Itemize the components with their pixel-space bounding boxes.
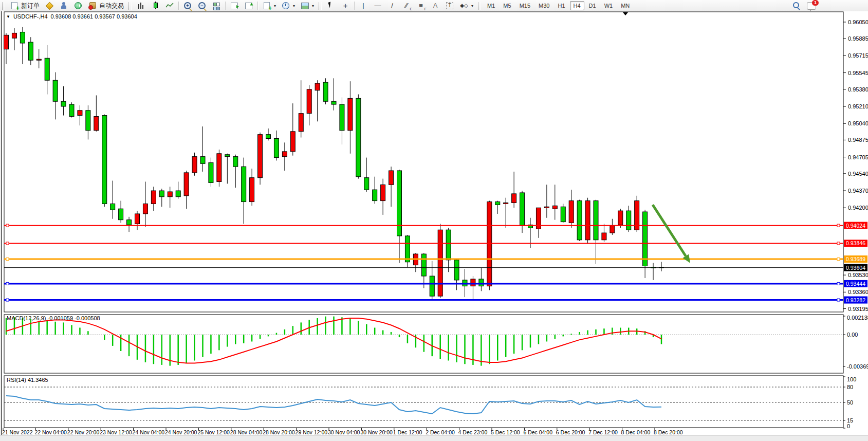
svg-text:22 Nov 20:00: 22 Nov 20:00 xyxy=(67,429,100,435)
new-chart-button[interactable]: +▾ xyxy=(260,1,279,11)
svg-text:0.95380: 0.95380 xyxy=(848,86,868,93)
tile-windows-button[interactable] xyxy=(209,1,224,11)
svg-text:6 Dec 04:00: 6 Dec 04:00 xyxy=(523,429,552,435)
zoom-out-button[interactable]: − xyxy=(195,1,209,11)
candlestick-chart-button[interactable] xyxy=(148,1,162,11)
timeframe-button-H4[interactable]: H4 xyxy=(570,1,584,10)
channel-icon: ∕∕E xyxy=(402,2,411,10)
cursor-tool-button[interactable] xyxy=(324,1,338,11)
timeframe-button-M5[interactable]: M5 xyxy=(500,1,514,10)
horizontal-line-tool-button[interactable]: — xyxy=(371,1,385,11)
svg-text:0.00: 0.00 xyxy=(847,332,858,338)
chart-canvas[interactable]: 0.960500.958850.957150.955450.953800.952… xyxy=(0,11,868,441)
zoom-in-icon: + xyxy=(183,2,192,10)
text-label-icon: T xyxy=(445,2,454,10)
vertical-line-icon: | xyxy=(359,2,368,10)
chevron-down-icon: ▼ xyxy=(6,14,10,19)
svg-text:0.93282: 0.93282 xyxy=(846,297,865,303)
search-icon[interactable] xyxy=(793,2,800,9)
bar-chart-icon xyxy=(136,2,145,10)
svg-text:1 Dec 12:00: 1 Dec 12:00 xyxy=(393,429,422,435)
rsi-indicator-label: RSI(14) 41.3465 xyxy=(7,377,48,383)
signal-icon xyxy=(73,2,83,10)
timeframe-button-M30[interactable]: M30 xyxy=(535,1,553,10)
signal-button[interactable] xyxy=(71,1,85,11)
auto-trading-label: 自动交易 xyxy=(99,2,124,10)
svg-text:0.94024: 0.94024 xyxy=(846,223,865,229)
svg-text:0.95545: 0.95545 xyxy=(848,70,868,76)
fibonacci-tool-button[interactable]: ≡F xyxy=(414,1,428,11)
svg-text:0.93360: 0.93360 xyxy=(848,289,868,295)
timeframe-button-MN[interactable]: MN xyxy=(617,1,633,10)
svg-text:0.93444: 0.93444 xyxy=(846,281,865,287)
svg-text:8 Dec 20:00: 8 Dec 20:00 xyxy=(654,429,683,435)
svg-text:-0.003698: -0.003698 xyxy=(847,363,868,370)
timeframe-button-D1[interactable]: D1 xyxy=(585,1,600,10)
toolbar-grip[interactable] xyxy=(2,2,5,10)
svg-text:0.95885: 0.95885 xyxy=(848,35,868,42)
svg-text:23 Nov 12:00: 23 Nov 12:00 xyxy=(100,429,132,435)
equidistant-channel-tool-button[interactable]: ∕∕E xyxy=(399,1,414,11)
line-chart-button[interactable] xyxy=(162,1,177,11)
new-order-button[interactable]: + 新订单 xyxy=(7,1,42,11)
toolbar-grip[interactable] xyxy=(128,2,132,10)
timeframe-toolbar: M1M5M15M30H1H4D1W1MN xyxy=(483,1,634,10)
svg-text:80: 80 xyxy=(847,384,853,390)
period-clock-button[interactable]: ▾ xyxy=(279,1,298,11)
svg-text:24 Nov 20:00: 24 Nov 20:00 xyxy=(165,429,197,435)
svg-text:2 Dec 04:00: 2 Dec 04:00 xyxy=(426,429,455,435)
template-button[interactable]: ▾ xyxy=(298,1,317,11)
auto-trading-button[interactable]: 自动交易 xyxy=(85,1,126,11)
svg-text:50: 50 xyxy=(847,399,853,406)
timeframe-button-M15[interactable]: M15 xyxy=(516,1,534,10)
svg-text:30 Nov 20:00: 30 Nov 20:00 xyxy=(360,429,393,435)
svg-text:0.94875: 0.94875 xyxy=(848,137,868,143)
text-icon: A xyxy=(431,2,440,10)
svg-text:0.93530: 0.93530 xyxy=(848,272,868,278)
indicator-icon xyxy=(45,2,54,10)
vertical-line-tool-button[interactable]: | xyxy=(356,1,371,11)
indicator-list-button[interactable] xyxy=(42,1,57,11)
svg-text:22 Nov 04:00: 22 Nov 04:00 xyxy=(34,429,67,435)
timeframe-button-W1[interactable]: W1 xyxy=(601,1,617,10)
svg-text:0: 0 xyxy=(847,423,850,429)
svg-text:24 Nov 04:00: 24 Nov 04:00 xyxy=(133,429,165,435)
svg-text:30 Nov 04:00: 30 Nov 04:00 xyxy=(328,429,360,435)
chart-symbol-period: USDCHF-,H4 xyxy=(13,13,48,20)
macd-indicator-label: MACD(12,26,9) -0.001059 -0.000508 xyxy=(7,315,100,321)
new-order-label: 新订单 xyxy=(21,2,40,10)
rsi-panel xyxy=(4,376,843,428)
arrows-tool-button[interactable]: ◆◇▾ xyxy=(457,1,476,11)
chart-title: ▼ USDCHF-,H4 0.93608 0.93661 0.93567 0.9… xyxy=(6,13,137,20)
svg-text:21 Nov 2022: 21 Nov 2022 xyxy=(2,429,33,435)
text-label-tool-button[interactable]: T xyxy=(442,1,457,11)
market-watch-button[interactable] xyxy=(57,1,71,11)
svg-text:0.002138: 0.002138 xyxy=(847,315,868,321)
svg-text:0.93846: 0.93846 xyxy=(846,240,865,246)
auto-scroll-button[interactable] xyxy=(227,1,242,11)
svg-text:28 Nov 04:00: 28 Nov 04:00 xyxy=(230,429,263,435)
trendline-icon: / xyxy=(387,2,397,10)
crosshair-tool-button[interactable]: + xyxy=(338,1,353,11)
template-icon xyxy=(300,2,309,10)
svg-text:0.96050: 0.96050 xyxy=(848,19,868,25)
zoom-in-button[interactable]: + xyxy=(180,1,195,11)
chart-ohlc-values: 0.93608 0.93661 0.93567 0.93604 xyxy=(51,13,137,20)
toolbar-grip[interactable] xyxy=(478,2,481,10)
timeframe-button-M1[interactable]: M1 xyxy=(484,1,498,10)
horizontal-line-icon: — xyxy=(373,2,382,10)
text-tool-button[interactable]: A xyxy=(428,1,442,11)
svg-text:0.93689: 0.93689 xyxy=(846,256,865,262)
trendline-tool-button[interactable]: / xyxy=(385,1,399,11)
timeframe-button-H1[interactable]: H1 xyxy=(554,1,568,10)
profile-icon xyxy=(59,2,68,10)
chart-shift-button[interactable] xyxy=(242,1,256,11)
bar-chart-button[interactable] xyxy=(134,1,148,11)
crosshair-icon: + xyxy=(341,2,350,10)
chart-shift-icon xyxy=(244,2,253,10)
line-chart-icon xyxy=(165,2,174,10)
new-order-icon: + xyxy=(10,2,19,10)
svg-text:28 Nov 20:00: 28 Nov 20:00 xyxy=(263,429,295,435)
notifications-icon[interactable]: 1 xyxy=(807,2,816,10)
toolbar-grip[interactable] xyxy=(319,2,322,10)
